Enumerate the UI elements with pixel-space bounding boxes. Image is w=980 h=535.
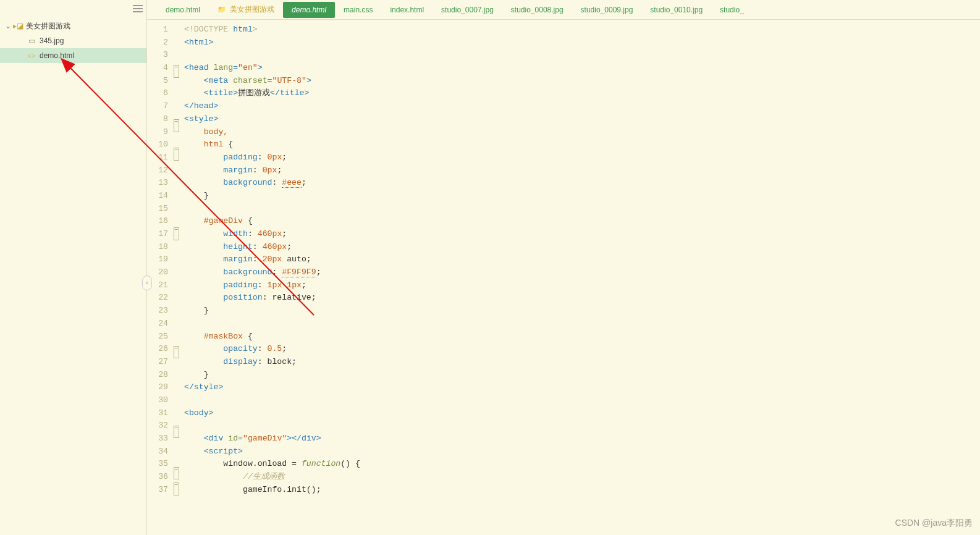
- tab-index.html[interactable]: index.html: [381, 2, 433, 18]
- file-tree: ⌄ ▸◪ 美女拼图游戏 ▭345.jpg<>demo.html: [0, 17, 146, 63]
- tab-label: studio_0008.jpg: [511, 6, 564, 14]
- tree-file-label: demo.html: [40, 51, 74, 60]
- tab-label: demo.html: [166, 6, 200, 14]
- menu-icon[interactable]: [133, 5, 143, 12]
- tab-label: demo.html: [292, 6, 326, 14]
- image-icon: ▭: [27, 36, 36, 45]
- code-icon: <>: [27, 51, 36, 60]
- code-editor[interactable]: 1234567891011121314151617181920212223242…: [147, 20, 980, 535]
- tab-美女拼图游戏[interactable]: 📁美女拼图游戏: [209, 1, 283, 19]
- sidebar-collapse-handle[interactable]: ‹: [142, 276, 152, 290]
- fold-column: −−−−−−−−: [172, 20, 180, 535]
- tab-label: studio_0007.jpg: [441, 6, 494, 14]
- tree-root-label: 美女拼图游戏: [26, 21, 70, 32]
- tab-studio_0010.jpg[interactable]: studio_0010.jpg: [641, 2, 711, 18]
- tab-label: main.css: [344, 6, 373, 14]
- sidebar-toolbar: [0, 0, 146, 17]
- folder-icon: ▸◪: [14, 22, 22, 30]
- tab-bar: demo.html📁美女拼图游戏demo.htmlmain.cssindex.h…: [147, 0, 980, 20]
- tab-label: index.html: [390, 6, 424, 14]
- tree-file-345.jpg[interactable]: ▭345.jpg: [0, 33, 146, 48]
- tab-studio_0007.jpg[interactable]: studio_0007.jpg: [433, 2, 502, 18]
- tab-studio_[interactable]: studio_: [711, 2, 753, 18]
- app-root: ⌄ ▸◪ 美女拼图游戏 ▭345.jpg<>demo.html ‹ demo.h…: [0, 0, 980, 535]
- tab-demo.html[interactable]: demo.html: [157, 2, 209, 18]
- tab-label: studio_0010.jpg: [650, 6, 703, 14]
- tab-studio_0009.jpg[interactable]: studio_0009.jpg: [572, 2, 642, 18]
- tab-label: studio_0009.jpg: [581, 6, 633, 14]
- tab-studio_0008.jpg[interactable]: studio_0008.jpg: [502, 2, 572, 18]
- tree-root-folder[interactable]: ⌄ ▸◪ 美女拼图游戏: [0, 19, 146, 33]
- chevron-down-icon: ⌄: [5, 23, 11, 29]
- folder-icon: 📁: [218, 6, 226, 14]
- code-content[interactable]: <!DOCTYPE html><html><head lang="en"> <m…: [180, 20, 980, 535]
- main-area: demo.html📁美女拼图游戏demo.htmlmain.cssindex.h…: [147, 0, 980, 535]
- tree-file-demo.html[interactable]: <>demo.html: [0, 48, 146, 63]
- tab-label: studio_: [720, 6, 744, 14]
- sidebar: ⌄ ▸◪ 美女拼图游戏 ▭345.jpg<>demo.html: [0, 0, 147, 535]
- tab-demo.html[interactable]: demo.html: [283, 2, 335, 18]
- tab-main.css[interactable]: main.css: [335, 2, 381, 18]
- tab-label: 美女拼图游戏: [230, 4, 274, 15]
- tree-file-label: 345.jpg: [40, 36, 64, 45]
